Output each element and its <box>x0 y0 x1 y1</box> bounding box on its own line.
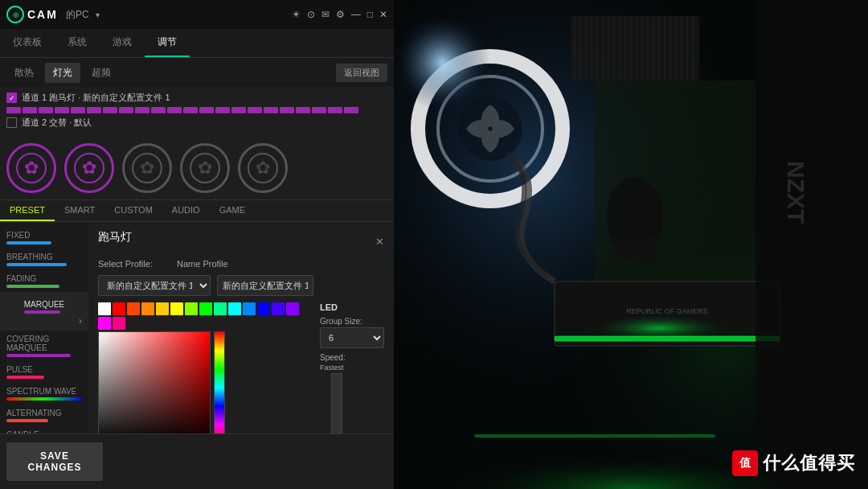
preset-tab-preset[interactable]: PRESET <box>0 200 55 221</box>
pc-name-dropdown-icon[interactable]: ▾ <box>96 10 100 19</box>
color-picker-wrapper <box>98 331 307 434</box>
camera-icon[interactable]: ⊙ <box>307 9 315 20</box>
svg-rect-33 <box>555 336 780 341</box>
fan-4-inner: ✿ <box>190 153 220 183</box>
channel-1-leds <box>6 107 387 113</box>
swatch-violet[interactable] <box>286 302 299 315</box>
channel-2-checkbox[interactable] <box>6 117 17 128</box>
effect-alternating-bar <box>6 419 48 422</box>
speed-section: Fastest Slowest <box>320 364 384 434</box>
content-area: FIXED BREATHING FADING MARQUEE › COVERIN… <box>0 222 394 434</box>
swatch-white[interactable] <box>98 302 111 315</box>
group-size-select[interactable]: 6 <box>320 327 384 348</box>
sub-tab-lighting[interactable]: 灯光 <box>45 63 80 83</box>
effect-settings: 跑马灯 ✕ Select Profile: Name Profile 新的自定义… <box>88 222 394 434</box>
fan-2-blade: ✿ <box>82 158 96 179</box>
pc-image: REPUBLIC OF GAMERS NZXT <box>394 0 868 489</box>
color-picker-section: RGB # <box>98 302 307 434</box>
preset-tab-smart[interactable]: SMART <box>55 200 104 221</box>
svg-rect-41 <box>474 434 715 438</box>
fan-3[interactable]: ✿ <box>122 143 172 193</box>
mail-icon[interactable]: ✉ <box>321 9 330 20</box>
sub-tab-overclock[interactable]: 超频 <box>84 63 119 83</box>
swatch-yellow-orange[interactable] <box>156 302 169 315</box>
effect-covering-marquee[interactable]: COVERING MARQUEE <box>0 331 88 361</box>
fan-4[interactable]: ✿ <box>180 143 230 193</box>
swatch-green[interactable] <box>199 302 212 315</box>
speed-fastest-label: Fastest <box>320 364 354 372</box>
preset-tabs: PRESET SMART CUSTOM AUDIO GAME <box>0 199 394 222</box>
maximize-icon[interactable]: □ <box>367 9 373 20</box>
tab-dashboard[interactable]: 仪表板 <box>0 29 55 57</box>
close-icon[interactable]: ✕ <box>379 9 387 20</box>
led-dot <box>135 107 149 113</box>
app-logo: ◎ CAM <box>6 6 58 23</box>
hue-slider[interactable] <box>214 331 225 434</box>
swatch-pink[interactable] <box>113 317 125 330</box>
effect-marquee[interactable]: MARQUEE › <box>0 292 88 331</box>
svg-text:NZXT: NZXT <box>783 161 809 224</box>
led-dot <box>344 107 358 113</box>
effect-fixed[interactable]: FIXED <box>0 227 88 249</box>
tab-settings[interactable]: 调节 <box>145 29 190 57</box>
fan-2[interactable]: ✿ <box>64 143 114 193</box>
led-dot <box>280 107 294 113</box>
effect-pulse[interactable]: PULSE <box>0 361 88 383</box>
swatch-indigo[interactable] <box>272 302 285 315</box>
preset-tab-audio[interactable]: AUDIO <box>162 200 210 221</box>
effect-candle[interactable]: CANDLE <box>0 426 88 434</box>
swatch-magenta[interactable] <box>98 317 111 330</box>
swatch-yellow[interactable] <box>170 302 183 315</box>
select-profile-dropdown[interactable]: 新的自定义配置文件 1 <box>98 275 211 296</box>
channel-1-row: 通道 1 跑马灯 · 新的自定义配置文件 1 <box>6 92 387 104</box>
effect-spectrum-wave[interactable]: SPECTRUM WAVE <box>0 383 88 405</box>
led-dot <box>119 107 133 113</box>
swatch-orange[interactable] <box>141 302 154 315</box>
brightness-icon[interactable]: ☀ <box>292 9 301 20</box>
speed-track[interactable] <box>331 373 342 434</box>
effect-covering-bar <box>6 354 71 357</box>
led-dot <box>6 107 21 113</box>
close-profile-icon[interactable]: ✕ <box>375 236 384 248</box>
led-dot <box>87 107 101 113</box>
led-dot <box>199 107 214 113</box>
swatch-cyan[interactable] <box>228 302 241 315</box>
title-bar-actions: ☀ ⊙ ✉ ⚙ — □ ✕ <box>292 9 387 20</box>
effect-pulse-bar <box>6 376 44 379</box>
channel-2-label: 通道 2 交替 · 默认 <box>22 117 92 129</box>
led-dot <box>167 107 182 113</box>
swatch-teal-green[interactable] <box>214 302 227 315</box>
fan-3-blade: ✿ <box>140 158 154 179</box>
effect-breathing[interactable]: BREATHING <box>0 249 88 270</box>
return-view-btn[interactable]: 返回视图 <box>336 64 387 82</box>
sub-tab-cooling[interactable]: 散热 <box>6 63 42 83</box>
swatch-yellow-green[interactable] <box>185 302 198 315</box>
settings-icon[interactable]: ⚙ <box>336 9 345 20</box>
effect-fading[interactable]: FADING <box>0 270 88 292</box>
swatch-orange-red[interactable] <box>127 302 140 315</box>
app-name: CAM <box>27 8 58 21</box>
name-profile-input[interactable] <box>217 275 313 296</box>
profile-inputs-row: 新的自定义配置文件 1 <box>98 275 384 296</box>
swatch-blue-cyan[interactable] <box>243 302 256 315</box>
swatch-blue[interactable] <box>257 302 270 315</box>
tab-games[interactable]: 游戏 <box>100 29 145 57</box>
color-gradient[interactable] <box>98 331 211 434</box>
swatch-red[interactable] <box>113 302 125 315</box>
led-title: LED <box>320 302 384 312</box>
fan-row: ✿ ✿ ✿ ✿ ✿ <box>0 137 394 199</box>
fan-5[interactable]: ✿ <box>238 143 288 193</box>
channel-1-checkbox[interactable] <box>6 92 17 103</box>
watermark-text: 什么值得买 <box>763 451 855 475</box>
effect-alternating[interactable]: ALTERNATING <box>0 405 88 426</box>
channel-section: 通道 1 跑马灯 · 新的自定义配置文件 1 <box>0 87 394 137</box>
preset-tab-custom[interactable]: CUSTOM <box>104 200 162 221</box>
minimize-icon[interactable]: — <box>351 9 361 20</box>
right-panel: REPUBLIC OF GAMERS NZXT <box>394 0 868 489</box>
fan-3-inner: ✿ <box>132 153 162 183</box>
preset-tab-game[interactable]: GAME <box>210 200 255 221</box>
save-changes-button[interactable]: SAVE CHANGES <box>6 442 103 481</box>
fan-1[interactable]: ✿ <box>6 143 56 193</box>
logo-icon: ◎ <box>6 6 24 23</box>
tab-system[interactable]: 系统 <box>55 29 100 57</box>
